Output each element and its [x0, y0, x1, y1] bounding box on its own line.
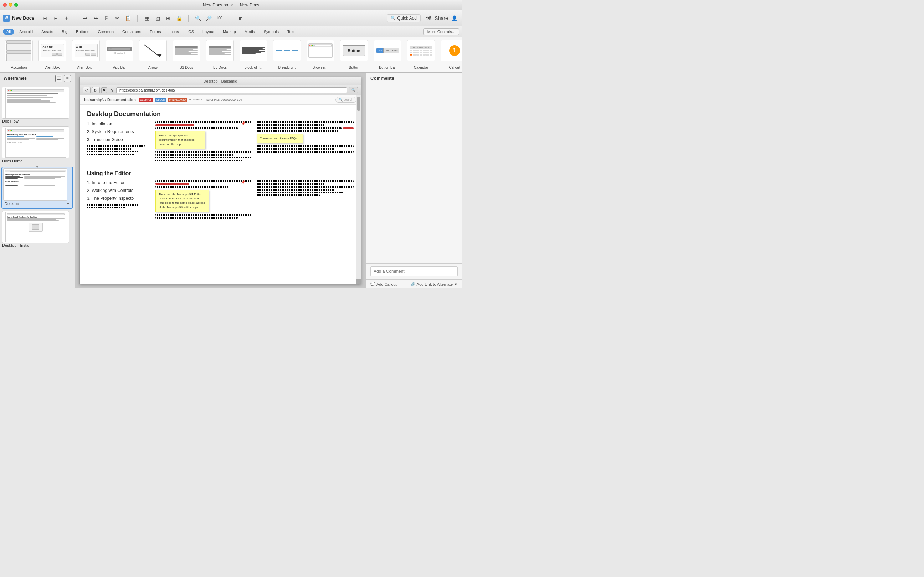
cut-button[interactable]: ✂: [112, 14, 122, 23]
sidebar-view-toggle[interactable]: ☰: [55, 75, 62, 82]
nav-buy[interactable]: BUY: [237, 99, 242, 101]
add-page-button[interactable]: +: [61, 14, 71, 23]
wavy-col3-bottom: [257, 145, 354, 153]
search-icon: 🔍: [391, 16, 396, 20]
filter-layout[interactable]: Layout: [199, 29, 218, 35]
align-button[interactable]: ⊞: [163, 14, 173, 23]
component-app-bar[interactable]: ≡ Heading ≡ App Bar: [103, 39, 136, 71]
component-button[interactable]: Button Button: [338, 39, 370, 71]
maximize-button[interactable]: [14, 3, 18, 7]
delete-button[interactable]: 🗑: [236, 14, 246, 23]
component-browser-label: Browser...: [313, 66, 328, 69]
sticky-note-2-text: These can also include FAQs: [260, 137, 297, 140]
add-callout-label: Add Callout: [376, 282, 397, 286]
undo-button[interactable]: ↩: [80, 14, 90, 23]
component-callout[interactable]: 1 Callout: [438, 39, 462, 71]
browser-forward-button[interactable]: ▷: [92, 87, 100, 93]
component-alert-box-2[interactable]: Alert Alert text goes here Alert Box...: [70, 39, 102, 71]
fullscreen-button[interactable]: ⛶: [225, 14, 235, 23]
component-b3-docs[interactable]: B3 Docs: [204, 39, 236, 71]
component-browser[interactable]: Browser...: [304, 39, 336, 71]
doc-search-box[interactable]: 🔍 search: [336, 97, 357, 103]
component-arrow[interactable]: Arrow: [137, 39, 169, 71]
filter-android[interactable]: Android: [16, 29, 36, 35]
canvas-area[interactable]: Desktop - Balsamiq ◁ ▷ ✕ ⌂ 🔍 balsamiq®: [75, 73, 366, 288]
working-item: 2. Working with Controls: [87, 188, 151, 193]
component-b2-docs-thumb: [173, 40, 200, 61]
filter-all[interactable]: All: [3, 29, 14, 35]
sysreq-item: 2. System Requirements: [87, 129, 151, 134]
browser-url-input[interactable]: [116, 87, 347, 93]
sticky-note-1-text: This is the app specific documentation t…: [158, 134, 195, 146]
nav-cloud[interactable]: CLOUD: [155, 98, 166, 102]
filter-markup[interactable]: Markup: [219, 29, 239, 35]
zoom-100-button[interactable]: 100: [214, 14, 224, 23]
sidebar-item-doc-flow[interactable]: Doc Flow: [2, 87, 73, 124]
grid-view-button[interactable]: ⊞: [40, 14, 50, 23]
arrange-toolbar: ▦ ▧ ⊞ 🔒: [142, 14, 184, 23]
filter-ios[interactable]: iOS: [184, 29, 197, 35]
list-view-button[interactable]: ⊟: [51, 14, 61, 23]
share-button[interactable]: Share: [436, 14, 446, 23]
transition-item: 3. Transition Guide: [87, 137, 151, 142]
sidebar-menu[interactable]: ≡: [64, 75, 71, 82]
minimize-button[interactable]: [8, 3, 13, 7]
doc-section1-grid: 1. Installation 2. System Requirements 3…: [87, 121, 354, 161]
filter-media[interactable]: Media: [241, 29, 259, 35]
quick-add-button[interactable]: 🔍 Quick Add: [387, 14, 421, 22]
nav-mybalsamiq[interactable]: MYBALSAMIQ: [168, 98, 187, 102]
link-dropdown-icon: ▼: [454, 282, 458, 286]
browser-home-button[interactable]: ⌂: [108, 87, 115, 93]
nav-download[interactable]: DOWNLOAD: [221, 99, 236, 101]
add-callout-button[interactable]: 💬 Add Callout: [370, 282, 397, 286]
browser-close-x-button[interactable]: ✕: [101, 87, 107, 93]
sidebar-item-docs-home[interactable]: Balsamiq Mockups Docs: [2, 126, 73, 163]
component-accordion[interactable]: Accordion: [3, 39, 35, 71]
component-button-bar[interactable]: One Two Three Button Bar: [372, 39, 404, 71]
ungroup-button[interactable]: ▧: [153, 14, 163, 23]
sidebar-item-desktop-install[interactable]: How to Install Mockups for Desktop Deskt…: [2, 211, 73, 248]
paste-button[interactable]: 📋: [123, 14, 133, 23]
component-breadcrumbs[interactable]: › › Breadcru...: [271, 39, 303, 71]
more-controls-button[interactable]: More Controls...: [423, 29, 459, 35]
add-link-button[interactable]: 🔗 Add Link to Alternate ▼: [411, 282, 458, 286]
nav-tutorials[interactable]: TUTORIALS: [206, 99, 220, 101]
filter-assets[interactable]: Assets: [38, 29, 57, 35]
close-button[interactable]: [3, 3, 7, 7]
profile-button[interactable]: 👤: [449, 14, 459, 23]
browser-back-button[interactable]: ◁: [83, 87, 90, 93]
filter-containers[interactable]: Containers: [119, 29, 145, 35]
filter-buttons[interactable]: Buttons: [73, 29, 93, 35]
filter-text[interactable]: Text: [284, 29, 298, 35]
zoom-out-button[interactable]: 🔍: [193, 14, 203, 23]
redo-button[interactable]: ↪: [91, 14, 101, 23]
browser-go-button[interactable]: 🔍: [349, 87, 358, 93]
nav-desktop[interactable]: DESKTOP: [139, 98, 153, 102]
scrollbar-track[interactable]: [357, 95, 361, 284]
comment-input[interactable]: [370, 266, 458, 276]
doc-list-col: 1. Installation 2. System Requirements 3…: [87, 121, 151, 161]
component-block-text[interactable]: Block of T...: [237, 39, 270, 71]
filter-big[interactable]: Big: [58, 29, 71, 35]
doc-section2-middle: 📌 These are the Mockups 3/4 Editor Docs …: [155, 180, 252, 219]
nav-plugins[interactable]: PLUGINS ∧: [189, 98, 202, 101]
component-calendar-label: Calendar: [414, 66, 428, 69]
filter-icons[interactable]: Icons: [166, 29, 182, 35]
desktop-expand-arrow[interactable]: ▼: [66, 202, 70, 206]
scrollbar-thumb[interactable]: [357, 97, 360, 111]
component-calendar[interactable]: OCTOBER 2016: [405, 39, 437, 71]
copy-button[interactable]: ⎘: [102, 14, 111, 23]
sidebar: Wireframes ☰ ≡: [0, 73, 75, 288]
component-b2-docs[interactable]: B2 Docs: [170, 39, 202, 71]
group-button[interactable]: ▦: [142, 14, 152, 23]
navigator-button[interactable]: 🗺: [423, 14, 433, 23]
sidebar-item-desktop[interactable]: Desktop Documentation: [2, 168, 73, 208]
filter-forms[interactable]: Forms: [146, 29, 164, 35]
callout-icon: 💬: [370, 282, 375, 286]
filter-common[interactable]: Common: [94, 29, 117, 35]
window-title: New Docs.bmpr — New Docs: [203, 3, 260, 8]
lock-button[interactable]: 🔒: [174, 14, 184, 23]
zoom-in-button[interactable]: 🔎: [204, 14, 213, 23]
component-alert-box[interactable]: Alert text Alert text goes here Alert Bo…: [36, 39, 68, 71]
filter-symbols[interactable]: Symbols: [260, 29, 282, 35]
